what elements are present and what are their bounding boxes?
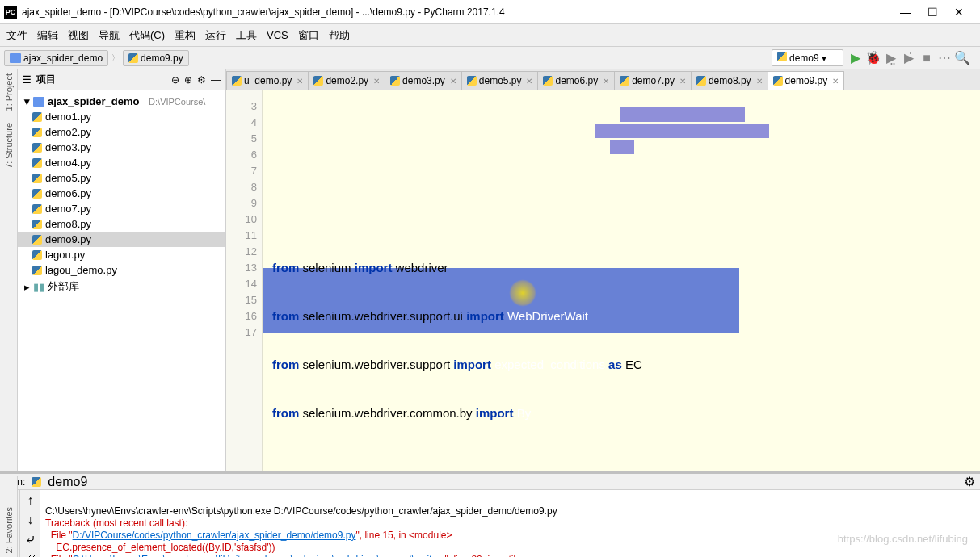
- more-button[interactable]: ⋯: [937, 51, 952, 65]
- editor-tab[interactable]: demo6.py✕: [537, 71, 615, 90]
- settings-icon[interactable]: ⚙: [964, 474, 975, 489]
- menubar: 文件 编辑 视图 导航 代码(C) 重构 运行 工具 VCS 窗口 帮助: [0, 24, 980, 47]
- editor-tab[interactable]: demo3.py✕: [385, 71, 462, 90]
- tree-file[interactable]: demo7.py: [18, 201, 225, 216]
- menu-code[interactable]: 代码(C): [129, 28, 165, 43]
- run-config-select[interactable]: demo9 ▾: [772, 49, 843, 66]
- tree-file[interactable]: demo8.py: [18, 216, 225, 232]
- close-icon[interactable]: ✕: [297, 77, 303, 86]
- settings-icon[interactable]: ⚙: [197, 74, 206, 86]
- titlebar: PC ajax_spider_demo - [D:\VIPCourse\code…: [0, 0, 980, 24]
- tree-file[interactable]: demo6.py: [18, 186, 225, 201]
- folder-icon: [10, 53, 21, 63]
- minimize-button[interactable]: —: [900, 6, 911, 19]
- python-icon: [32, 266, 42, 275]
- close-button[interactable]: ✕: [954, 6, 964, 19]
- debug-button[interactable]: 🐞: [866, 51, 881, 65]
- crumb-file[interactable]: demo9.py: [123, 50, 189, 66]
- menu-vcs[interactable]: VCS: [267, 29, 288, 41]
- menu-file[interactable]: 文件: [6, 28, 27, 43]
- python-icon: [32, 174, 42, 183]
- close-icon[interactable]: ✕: [373, 77, 380, 86]
- editor-tabs: u_demo.py✕ demo2.py✕ demo3.py✕ demo5.py✕…: [226, 69, 980, 90]
- down-button[interactable]: ↓: [27, 513, 34, 527]
- menu-edit[interactable]: 编辑: [37, 28, 58, 43]
- tree-file[interactable]: lagou_demo.py: [18, 262, 225, 278]
- line-gutter: 34567891011121314151617: [226, 90, 263, 471]
- up-button[interactable]: ↑: [27, 493, 34, 508]
- python-icon: [32, 204, 42, 214]
- close-icon[interactable]: ✕: [756, 77, 763, 86]
- python-icon: [32, 128, 42, 137]
- maximize-button[interactable]: ☐: [927, 6, 938, 19]
- editor-tab[interactable]: demo7.py✕: [614, 71, 692, 90]
- python-icon: [32, 250, 42, 260]
- print-button[interactable]: 🖨: [24, 552, 37, 557]
- tool-favorites-bar: 2: Favorites: [0, 476, 18, 557]
- tool-structure[interactable]: 7: Structure: [4, 123, 14, 169]
- wrap-button[interactable]: ⤶: [25, 532, 36, 547]
- menu-navigate[interactable]: 导航: [99, 28, 120, 43]
- menu-view[interactable]: 视图: [68, 28, 89, 43]
- python-icon: [313, 76, 323, 86]
- code-area[interactable]: 34567891011121314151617 from selenium im…: [226, 90, 980, 471]
- editor-tab-active[interactable]: demo9.py✕: [768, 71, 845, 90]
- tree-root[interactable]: ▾ ajax_spider_demo D:\VIPCourse\: [18, 94, 225, 109]
- expand-icon[interactable]: ⊕: [184, 74, 192, 86]
- tree-file[interactable]: demo5.py: [18, 170, 225, 186]
- console-output[interactable]: C:\Users\hynev\Envs\crawler-env\Scripts\…: [40, 490, 980, 557]
- python-icon: [32, 477, 41, 487]
- menu-refactor[interactable]: 重构: [175, 28, 196, 43]
- python-icon: [773, 76, 783, 86]
- stop-button[interactable]: ■: [919, 51, 934, 65]
- tree-file[interactable]: demo2.py: [18, 124, 225, 140]
- editor: u_demo.py✕ demo2.py✕ demo3.py✕ demo5.py✕…: [226, 69, 980, 471]
- run-name: demo9: [48, 475, 87, 489]
- python-icon: [128, 53, 138, 63]
- close-icon[interactable]: ✕: [526, 77, 532, 86]
- tree-file-selected[interactable]: demo9.py: [18, 232, 225, 247]
- close-icon[interactable]: ✕: [603, 77, 609, 86]
- menu-tools[interactable]: 工具: [236, 28, 257, 43]
- python-icon: [32, 220, 42, 229]
- coverage-button[interactable]: ▶̤: [884, 51, 898, 65]
- run-toolbar-2: ↑ ↓ ⤶ 🖨: [20, 490, 40, 557]
- pycharm-icon: PC: [4, 6, 17, 19]
- tool-project[interactable]: 1: Project: [4, 73, 14, 111]
- tree-file[interactable]: demo4.py: [18, 155, 225, 170]
- editor-tab[interactable]: demo2.py✕: [308, 71, 385, 90]
- python-icon: [620, 76, 629, 86]
- project-view-icon: ☰: [23, 74, 32, 86]
- tree-file[interactable]: demo1.py: [18, 109, 225, 124]
- close-icon[interactable]: ✕: [450, 77, 456, 86]
- tree-file[interactable]: demo3.py: [18, 140, 225, 155]
- python-icon: [32, 143, 42, 153]
- hide-icon[interactable]: —: [211, 74, 221, 86]
- tree-file[interactable]: lagou.py: [18, 247, 225, 262]
- watermark: https://blog.csdn.net/lifubing: [838, 533, 968, 545]
- profile-button[interactable]: ▶̇: [902, 51, 916, 65]
- editor-tab[interactable]: u_demo.py✕: [226, 71, 309, 90]
- project-panel: ☰ 项目 ⊖ ⊕ ⚙ — ▾ ajax_spider_demo D:\VIPCo…: [18, 69, 226, 471]
- tool-favorites[interactable]: 2: Favorites: [4, 507, 14, 553]
- project-title: 项目: [36, 73, 56, 86]
- editor-tab[interactable]: demo8.py✕: [691, 71, 768, 90]
- run-button[interactable]: ▶: [848, 51, 863, 65]
- menu-run[interactable]: 运行: [205, 28, 226, 43]
- python-icon: [777, 52, 787, 61]
- search-button[interactable]: 🔍: [955, 51, 969, 65]
- tree-external[interactable]: ▸ ▮▮ 外部库: [18, 278, 225, 295]
- collapse-icon[interactable]: ⊖: [171, 74, 179, 86]
- close-icon[interactable]: ✕: [832, 77, 839, 86]
- crumb-sep: 〉: [111, 52, 120, 64]
- crumb-project[interactable]: ajax_spider_demo: [4, 50, 108, 66]
- close-icon[interactable]: ✕: [679, 77, 686, 86]
- editor-tab[interactable]: demo5.py✕: [461, 71, 539, 90]
- toolbar: ajax_spider_demo 〉 demo9.py demo9 ▾ ▶ 🐞 …: [0, 47, 980, 69]
- python-icon: [232, 76, 242, 86]
- run-panel: Run: demo9 ⚙ ▶ ■ ↻ ✖ ↑ ↓ ⤶ 🖨 C:\Users\hy…: [0, 471, 980, 557]
- project-tree: ▾ ajax_spider_demo D:\VIPCourse\ demo1.p…: [18, 90, 225, 471]
- menu-help[interactable]: 帮助: [329, 28, 350, 43]
- python-icon: [32, 158, 42, 168]
- menu-window[interactable]: 窗口: [298, 28, 319, 43]
